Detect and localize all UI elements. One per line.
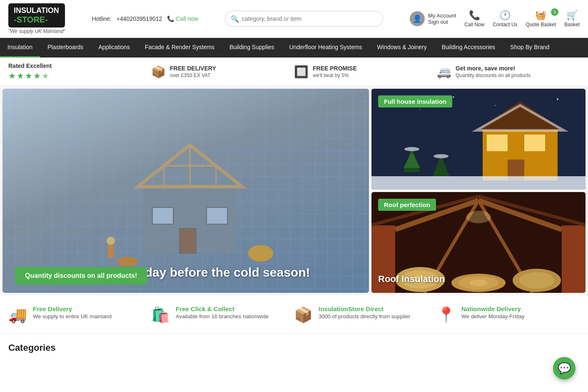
star-2: ★ xyxy=(17,71,24,81)
bag-icon: 🛍️ xyxy=(151,306,170,324)
logo[interactable]: INSULATION -STORE- "We supply UK Mainlan… xyxy=(8,3,65,34)
contact-us-label: Contact Us xyxy=(493,22,517,27)
star-half: ★ xyxy=(42,71,49,81)
hero-card-roof[interactable]: Roof perfection Roof Insulation xyxy=(371,192,586,293)
svg-rect-21 xyxy=(487,135,508,151)
svg-point-30 xyxy=(404,147,419,151)
search-icon: 🔍 xyxy=(231,15,239,23)
logo-box: INSULATION -STORE- xyxy=(8,3,65,27)
nav-item-shop-by-brand[interactable]: Shop By Brand xyxy=(503,38,557,57)
svg-rect-8 xyxy=(207,207,227,224)
svg-point-19 xyxy=(557,98,558,100)
box-icon: 📦 xyxy=(294,306,313,324)
service-click-collect: 🛍️ Free Click & Collect Available from 1… xyxy=(151,305,294,324)
nav-item-plasterboards[interactable]: Plasterboards xyxy=(40,38,91,57)
logo-tagline: "We supply UK Mainland" xyxy=(8,28,65,34)
nav-item-windows-joinery[interactable]: Windows & Joinery xyxy=(370,38,434,57)
save-icon: 🚐 xyxy=(437,65,451,79)
service-nationwide: 📍 Nationwide Delivery We deliver Monday-… xyxy=(437,305,580,324)
my-account-link[interactable]: My Account xyxy=(428,12,456,19)
nav-item-insulation[interactable]: Insulation xyxy=(0,38,40,57)
svg-point-18 xyxy=(495,105,496,106)
logo-insulation: INSULATION -STORE- xyxy=(14,6,60,25)
free-delivery-benefit: 📦 FREE DELIVERY over £350 EX VAT xyxy=(151,65,294,79)
hotline-number: +4402039519012 xyxy=(117,15,162,22)
hero-card-full-house[interactable]: Full house insulation xyxy=(371,89,586,190)
categories-heading: Categories xyxy=(8,342,580,353)
sign-out-link[interactable]: Sign out xyxy=(428,19,456,25)
svg-point-46 xyxy=(469,280,488,286)
hotline-area: Hotline: +4402039519012 📞 Call now xyxy=(92,15,198,22)
nav-item-applications[interactable]: Applications xyxy=(91,38,137,57)
service-direct: 📦 InsulationStore Direct 3000 of product… xyxy=(294,305,437,324)
card-top-badge: Full house insulation xyxy=(378,95,452,107)
free-promise-text: FREE PROMISE we'll beat by 5% xyxy=(313,65,357,78)
services-bar: 🚚 Free Delivery We supply to entire UK m… xyxy=(0,295,588,334)
svg-rect-29 xyxy=(371,176,586,190)
quote-basket-action[interactable]: 🧺 5 Quote Basket xyxy=(526,10,556,27)
hero-cta-button[interactable]: Quantity discounts on all products! xyxy=(15,267,147,285)
star-4: ★ xyxy=(33,71,41,81)
call-now-action-label: Call Now xyxy=(464,22,484,27)
contact-us-action[interactable]: 🕐 Contact Us xyxy=(493,10,517,27)
svg-rect-9 xyxy=(179,228,196,253)
basket-label: Basket xyxy=(564,22,580,27)
rated-excellent: Rated Excellent ★ ★ ★ ★ ★ xyxy=(8,62,151,81)
save-more-benefit: 🚐 Get more, save more! Quantity discount… xyxy=(437,65,580,79)
nav-item-facade-render[interactable]: Facade & Render Systems xyxy=(137,38,222,57)
quote-basket-icon: 🧺 xyxy=(535,10,546,21)
benefits-bar: Rated Excellent ★ ★ ★ ★ ★ 📦 FREE DELIVER… xyxy=(0,57,588,86)
card-bottom-title: Roof Insulation xyxy=(378,274,445,285)
svg-point-10 xyxy=(107,237,115,245)
delivery-icon: 📦 xyxy=(151,65,166,79)
promise-icon: 🔲 xyxy=(294,65,309,79)
main-nav: Insulation Plasterboards Applications Fa… xyxy=(0,38,588,57)
quote-basket-label: Quote Basket xyxy=(526,22,556,27)
service-direct-text: InsulationStore Direct 3000 of products … xyxy=(319,305,410,320)
free-delivery-text: FREE DELIVERY over £350 EX VAT xyxy=(170,65,216,78)
basket-action[interactable]: 🛒 Basket xyxy=(564,10,580,27)
svg-point-17 xyxy=(453,97,454,98)
svg-point-48 xyxy=(519,272,554,289)
nav-item-building-supplies[interactable]: Building Supplies xyxy=(222,38,282,57)
card-bottom-badge: Roof perfection xyxy=(378,199,436,211)
nav-item-building-accessories[interactable]: Building Accessories xyxy=(434,38,503,57)
location-icon: 📍 xyxy=(437,306,456,324)
truck-icon: 🚚 xyxy=(8,306,27,324)
avatar: 👤 xyxy=(410,11,425,26)
search-bar[interactable]: 🔍 xyxy=(225,11,383,27)
top-actions: 👤 My Account Sign out 📞 Call Now 🕐 Conta… xyxy=(410,10,580,27)
svg-point-31 xyxy=(434,154,448,158)
hero-side-cards: Full house insulation xyxy=(371,89,586,293)
call-now-link[interactable]: 📞 Call now xyxy=(167,15,198,22)
free-promise-benefit: 🔲 FREE PROMISE we'll beat by 5% xyxy=(294,65,437,79)
hero-main-banner[interactable]: Insulate your home today before the cold… xyxy=(2,89,369,293)
star-1: ★ xyxy=(8,71,16,81)
nav-item-underfloor-heating[interactable]: Underfloor Heating Systems xyxy=(282,38,370,57)
phone-icon: 📞 xyxy=(469,10,480,21)
svg-rect-34 xyxy=(562,225,586,293)
rated-label: Rated Excellent xyxy=(8,62,52,69)
save-more-text: Get more, save more! Quantity discounts … xyxy=(456,65,531,78)
service-collect-text: Free Click & Collect Available from 16 b… xyxy=(176,305,269,320)
service-delivery-text: Free Delivery We supply to entire UK mai… xyxy=(33,305,112,320)
svg-point-16 xyxy=(420,109,421,110)
star-3: ★ xyxy=(25,71,32,81)
account-links: My Account Sign out xyxy=(428,12,456,25)
svg-rect-7 xyxy=(152,207,173,224)
top-bar: INSULATION -STORE- "We supply UK Mainlan… xyxy=(0,0,588,38)
hotline-label: Hotline: xyxy=(92,15,111,22)
hero-section: Insulate your home today before the cold… xyxy=(0,86,588,295)
account-area: 👤 My Account Sign out xyxy=(410,11,456,26)
basket-count-badge: 5 xyxy=(551,8,558,16)
star-rating: ★ ★ ★ ★ ★ xyxy=(8,71,52,81)
svg-rect-22 xyxy=(524,135,545,151)
service-nationwide-text: Nationwide Delivery We deliver Monday-Fr… xyxy=(461,305,524,320)
basket-icon: 🛒 xyxy=(566,10,578,21)
clock-icon: 🕐 xyxy=(499,10,511,21)
service-free-delivery: 🚚 Free Delivery We supply to entire UK m… xyxy=(8,305,151,324)
search-input[interactable] xyxy=(225,11,383,27)
svg-point-49 xyxy=(466,211,491,223)
categories-section: Categories xyxy=(0,334,588,357)
call-now-action[interactable]: 📞 Call Now xyxy=(464,10,484,27)
